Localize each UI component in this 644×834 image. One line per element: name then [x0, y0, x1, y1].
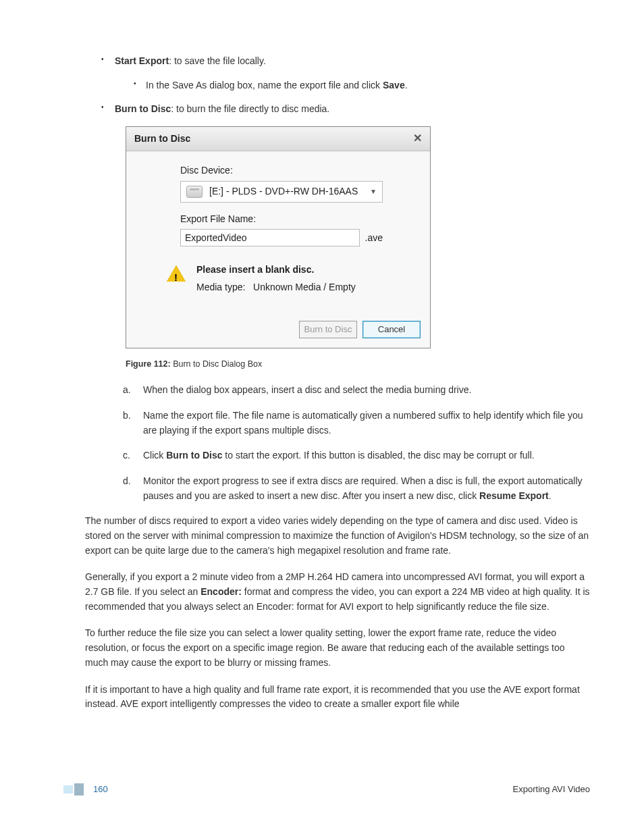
export-filename-input[interactable] [180, 229, 360, 246]
dialog-title: Burn to Disc [134, 132, 190, 147]
step-a: a. When the dialog box appears, insert a… [143, 383, 590, 398]
disc-device-label: Disc Device: [180, 163, 427, 178]
disc-device-dropdown[interactable]: [E:] - PLDS - DVD+-RW DH-16AAS ▼ [180, 181, 383, 203]
figure-caption-text: Burn to Disc Dialog Box [173, 359, 262, 369]
media-type-value: Unknown Media / Empty [253, 282, 356, 292]
cancel-button[interactable]: Cancel [363, 321, 421, 338]
warning-title: Please insert a blank disc. [196, 263, 356, 278]
step-c: c. Click Burn to Disc to start the expor… [143, 448, 590, 463]
media-type-label: Media type: [196, 282, 245, 292]
bullet-start-export: Start Export: to save the file locally. … [115, 54, 590, 93]
step-b: b. Name the export file. The file name i… [143, 409, 590, 438]
export-filename-label: Export File Name: [180, 212, 427, 227]
optical-drive-icon [186, 186, 203, 198]
save-bold: Save [383, 80, 405, 90]
media-type-row: Media type: Unknown Media / Empty [196, 280, 356, 295]
burn-to-disc-dialog: Burn to Disc ✕ Disc Device: [E:] - PLDS … [126, 126, 431, 348]
start-export-label: Start Export [115, 55, 169, 66]
paragraph-ave: If it is important to have a high qualit… [85, 683, 590, 712]
save-as-text: In the Save As dialog box, name the expo… [146, 80, 383, 90]
warning-icon: ! [167, 265, 186, 284]
chevron-down-icon: ▼ [370, 186, 377, 197]
paragraph-reduce: To further reduce the file size you can … [85, 626, 590, 670]
start-export-text: : to save the file locally. [169, 55, 266, 66]
bullet-save-as: In the Save As dialog box, name the expo… [146, 78, 590, 93]
figure-caption: Figure 112: Burn to Disc Dialog Box [126, 358, 590, 371]
section-title: Exporting AVI Video [513, 783, 590, 796]
page-decoration-icon [63, 783, 86, 796]
burn-to-disc-button[interactable]: Burn to Disc [299, 321, 357, 338]
paragraph-encoder: Generally, if you export a 2 minute vide… [85, 570, 590, 614]
figure-label: Figure 112: [126, 359, 171, 369]
step-d: d. Monitor the export progress to see if… [143, 474, 590, 503]
close-icon[interactable]: ✕ [413, 130, 422, 147]
bullet-burn-to-disc: Burn to Disc: to burn the file directly … [115, 102, 590, 117]
paragraph-discs: The number of discs required to export a… [85, 514, 590, 558]
export-filename-ext: .ave [365, 231, 383, 246]
burn-label: Burn to Disc [115, 103, 171, 114]
disc-device-value: [E:] - PLDS - DVD+-RW DH-16AAS [209, 184, 358, 199]
dialog-titlebar: Burn to Disc ✕ [126, 127, 430, 151]
page-number: 160 [93, 783, 108, 796]
burn-text: : to burn the file directly to disc medi… [171, 103, 329, 114]
